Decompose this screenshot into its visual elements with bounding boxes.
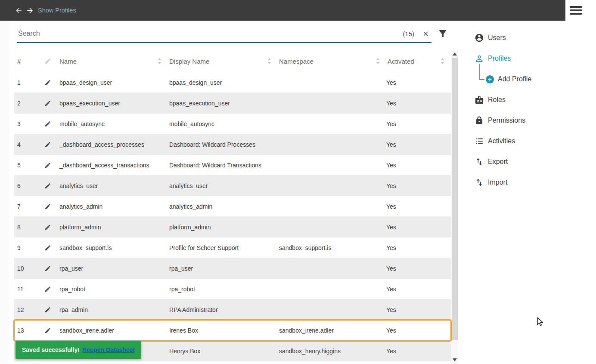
table-row[interactable]: 9 sandbox_support.is Profile for Scheer … [14, 238, 451, 258]
header-display-name[interactable]: Display Name [168, 58, 278, 65]
arrow-left-icon [15, 6, 23, 15]
cell-name: rpa_admin [58, 306, 168, 313]
table-row[interactable]: 8 platform_admin platform_admin Yes [14, 217, 451, 238]
edit-button[interactable] [41, 79, 58, 86]
cell-display-name: Henrys Box [168, 348, 278, 355]
cell-display-name: Profile for Scheer Support [168, 244, 278, 251]
edit-button[interactable] [41, 327, 58, 334]
cell-display-name: analytics_admin [168, 203, 278, 210]
sidebar-item-activities[interactable]: Activities [469, 131, 594, 151]
table-body: 1 bpaas_design_user bpaas_design_user Ye… [14, 72, 451, 361]
cell-name: bpaas_execution_user [58, 100, 168, 107]
table-row[interactable]: 4 _dashboard_access_processes Dashboard:… [14, 134, 451, 155]
edit-pencil-icon [44, 327, 51, 334]
cell-activated: Yes [386, 286, 451, 293]
table-scrollbar[interactable] [451, 50, 458, 364]
page-title: Show Profiles [38, 7, 76, 14]
hamburger-menu-button[interactable] [565, 0, 596, 21]
scroll-up-arrow-icon[interactable] [453, 52, 457, 56]
cell-display-name: platform_admin [168, 224, 278, 231]
edit-pencil-icon [44, 203, 51, 210]
hamburger-icon [570, 9, 582, 11]
scroll-down-arrow-icon[interactable] [453, 358, 457, 361]
sort-icon[interactable] [157, 58, 162, 65]
back-button[interactable] [14, 6, 23, 15]
table-row[interactable]: 7 analytics_admin analytics_admin Yes [14, 196, 451, 217]
table-row[interactable]: 2 bpaas_execution_user bpaas_execution_u… [14, 93, 451, 114]
funnel-icon [438, 28, 448, 39]
hamburger-icon [570, 13, 582, 15]
edit-button[interactable] [41, 182, 58, 189]
table-row[interactable]: 5 _dashboard_access_transactions Dashboa… [14, 155, 451, 176]
sidebar-item-users[interactable]: Users [469, 28, 594, 48]
sidebar-item-import[interactable]: Import [469, 172, 594, 193]
edit-pencil-icon [44, 244, 51, 251]
cell-name: platform_admin [58, 224, 168, 231]
clear-search-button[interactable] [421, 29, 430, 38]
edit-button[interactable] [41, 100, 58, 107]
table-row[interactable]: 1 bpaas_design_user bpaas_design_user Ye… [14, 72, 451, 93]
edit-button[interactable] [41, 203, 58, 210]
cell-name: rpa_robot [58, 286, 168, 293]
sidebar-item-permissions[interactable]: Permissions [469, 110, 594, 131]
search-input[interactable] [17, 29, 403, 38]
cell-display-name: rpa_robot [168, 286, 278, 293]
sort-icon[interactable] [376, 58, 380, 65]
sidebar-item-export[interactable]: Export [469, 151, 594, 172]
table-row[interactable]: 6 analytics_user analytics_user Yes [14, 176, 451, 196]
sidebar-item-add-profile[interactable]: + Add Profile [469, 69, 594, 89]
reopen-datasheet-link[interactable]: Reopen Datasheet [82, 346, 135, 353]
cell-activated: Yes [386, 348, 451, 355]
mouse-cursor [535, 317, 545, 328]
table-header: # Name Display Name Namespace Activated [14, 50, 451, 72]
cell-activated: Yes [386, 244, 451, 251]
cell-namespace: sandbox_henry.higgins [278, 348, 386, 355]
cell-activated: Yes [386, 203, 451, 210]
sidebar-item-roles[interactable]: Roles [469, 89, 594, 110]
row-number: 8 [14, 224, 41, 231]
cell-name: sandbox_support.is [58, 244, 168, 251]
cell-namespace: sandbox_irene.adler [278, 327, 386, 334]
edit-pencil-icon [44, 141, 51, 148]
sort-icon[interactable] [267, 58, 272, 65]
table-row[interactable]: 12 rpa_admin RPA Administrator Yes [14, 299, 451, 320]
cell-display-name: analytics_user [168, 182, 278, 189]
edit-pencil-icon [44, 265, 51, 272]
cell-display-name: Dashboard: Wildcard Transactions [168, 162, 278, 169]
table-row[interactable]: 10 rpa_user rpa_user Yes [14, 258, 451, 279]
sidebar-label: Permissions [488, 117, 525, 124]
add-plus-icon: + [486, 75, 494, 83]
header-name[interactable]: Name [58, 58, 168, 65]
header-activated[interactable]: Activated [386, 58, 451, 65]
cell-name: _dashboard_access_transactions [58, 162, 168, 169]
row-number: 7 [14, 203, 41, 210]
cell-activated: Yes [386, 182, 451, 189]
edit-button[interactable] [41, 224, 58, 231]
edit-button[interactable] [41, 141, 58, 148]
cell-name: sandbox_irene.adler [58, 327, 168, 334]
scrollbar-thumb[interactable] [452, 58, 458, 340]
edit-button[interactable] [41, 286, 58, 293]
header-namespace[interactable]: Namespace [278, 58, 386, 65]
result-count: (15) [403, 30, 414, 37]
edit-button[interactable] [41, 162, 58, 169]
sort-icon[interactable] [440, 58, 445, 65]
table-row[interactable]: 11 rpa_robot rpa_robot Yes [14, 279, 451, 299]
cell-display-name: bpaas_execution_user [168, 100, 278, 107]
sidebar-item-profiles[interactable]: Profiles [469, 48, 594, 69]
import-export-icon [475, 157, 484, 167]
edit-button[interactable] [41, 265, 58, 272]
filter-button[interactable] [438, 28, 448, 39]
person-outline-icon [475, 54, 484, 63]
edit-button[interactable] [41, 306, 58, 313]
table-row[interactable]: 13 sandbox_irene.adler Irenes Box sandbo… [14, 320, 451, 341]
forward-button[interactable] [25, 6, 34, 15]
cell-activated: Yes [386, 162, 451, 169]
cell-name: analytics_admin [58, 203, 168, 210]
table-row[interactable]: 3 mobile_autosync mobile_autosync Yes [14, 114, 451, 134]
success-toast: Saved successfully! Reopen Datasheet [16, 341, 141, 359]
edit-button[interactable] [41, 244, 58, 251]
edit-button[interactable] [41, 120, 58, 127]
row-number: 1 [14, 79, 41, 86]
sidebar-label: Export [488, 158, 508, 166]
